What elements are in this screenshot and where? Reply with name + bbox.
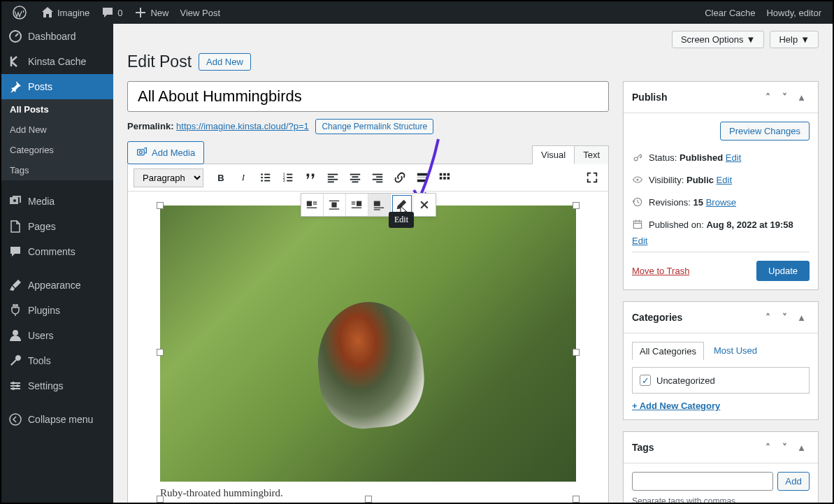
category-list: ✓ Uncategorized [632,367,810,394]
img-remove-button[interactable] [413,194,436,216]
sidebar-item-comments[interactable]: Comments [1,239,113,264]
align-center-button[interactable] [345,167,366,188]
submenu-tags[interactable]: Tags [1,160,113,180]
img-align-left-button[interactable] [301,194,324,216]
edit-visibility-link[interactable]: Edit [717,175,732,185]
collapse-menu[interactable]: Collapse menu [1,407,113,432]
resize-handle-ml[interactable] [157,349,164,356]
move-up-icon[interactable]: ˄ [759,309,776,326]
browse-revisions-link[interactable]: Browse [706,197,736,208]
move-up-icon[interactable]: ˄ [759,439,776,456]
move-down-icon[interactable]: ˅ [776,439,793,456]
img-align-center-button[interactable] [324,194,346,216]
move-to-trash-link[interactable]: Move to Trash [632,266,689,276]
wrench-icon [8,354,22,368]
tag-add-button[interactable]: Add [777,472,810,491]
add-media-button[interactable]: Add Media [127,141,204,164]
fullscreen-button[interactable] [582,167,603,188]
add-new-category-link[interactable]: + Add New Category [632,401,720,411]
link-button[interactable] [389,167,410,188]
format-select[interactable]: Paragraph [134,168,203,187]
submenu-all-posts[interactable]: All Posts [1,99,113,120]
img-align-right-button[interactable] [346,194,368,216]
quote-button[interactable] [300,167,321,188]
new-content-link[interactable]: New [128,1,174,24]
help-toggle[interactable]: Help ▼ [770,31,819,48]
selected-image-wrap[interactable]: Edit Ruby-t [160,206,576,499]
update-button[interactable]: Update [756,261,810,281]
wp-logo[interactable] [7,1,35,24]
sidebar-item-dashboard[interactable]: Dashboard [1,24,113,49]
post-image[interactable] [160,206,576,482]
toggle-panel-icon[interactable]: ▴ [793,89,810,106]
submenu-add-new[interactable]: Add New [1,120,113,140]
tab-text[interactable]: Text [574,145,609,164]
bold-button[interactable]: B [210,167,231,188]
toggle-panel-icon[interactable]: ▴ [793,439,810,456]
readmore-button[interactable] [412,167,433,188]
resize-handle-tr[interactable] [573,202,580,209]
move-down-icon[interactable]: ˅ [776,309,793,326]
italic-button[interactable]: I [233,167,254,188]
category-item-uncategorized[interactable]: ✓ Uncategorized [640,375,802,386]
img-align-none-button[interactable] [368,194,391,216]
plugin-icon [8,303,22,317]
preview-changes-button[interactable]: Preview Changes [720,122,810,141]
tab-visual[interactable]: Visual [532,145,575,164]
sidebar-item-tools[interactable]: Tools [1,348,113,373]
tab-most-used[interactable]: Most Used [714,342,757,360]
tab-all-categories[interactable]: All Categories [632,342,704,360]
resize-handle-bl[interactable] [157,496,164,503]
resize-handle-mr[interactable] [573,349,580,356]
resize-handle-tl[interactable] [157,202,164,209]
svg-rect-21 [287,174,292,175]
sidebar-item-kinsta[interactable]: Kinsta Cache [1,49,113,74]
move-up-icon[interactable]: ˄ [759,89,776,106]
align-right-button[interactable] [367,167,388,188]
submenu-categories[interactable]: Categories [1,140,113,160]
toolbar-toggle-button[interactable] [434,167,455,188]
svg-rect-29 [328,181,334,182]
permalink-url[interactable]: https://imagine.kinsta.cloud/?p=1 [176,121,309,131]
site-name-link[interactable]: Imagine [35,1,95,24]
view-post-link[interactable]: View Post [175,1,227,24]
tag-input[interactable] [632,472,773,491]
sidebar-item-users[interactable]: Users [1,323,113,348]
svg-rect-46 [447,177,450,180]
comment-icon [101,6,115,20]
svg-rect-34 [373,174,382,175]
align-left-button[interactable] [322,167,343,188]
move-down-icon[interactable]: ˅ [776,89,793,106]
editor-body[interactable]: Edit Ruby-t [128,192,608,503]
change-permalink-button[interactable]: Change Permalink Structure [315,119,433,134]
img-edit-button[interactable]: Edit [391,194,413,216]
svg-rect-59 [374,208,384,208]
bullet-list-button[interactable] [255,167,276,188]
post-title-input[interactable] [127,81,609,112]
add-new-button[interactable]: Add New [199,53,251,71]
sidebar-item-plugins[interactable]: Plugins [1,298,113,323]
resize-handle-br[interactable] [573,496,580,503]
edit-status-link[interactable]: Edit [726,152,741,163]
editor-toolbar: Paragraph B I 123 [128,164,608,192]
editor: Paragraph B I 123 [127,164,609,503]
edit-tooltip: Edit [389,212,414,228]
numbered-list-button[interactable]: 123 [278,167,299,188]
resize-handle-bm[interactable] [365,496,372,503]
comments-link[interactable]: 0 [95,1,128,24]
edit-date-link[interactable]: Edit [632,236,647,246]
toggle-panel-icon[interactable]: ▴ [793,309,810,326]
admin-bar: Imagine 0 New View Post Clear Cache Howd… [1,1,833,24]
new-label: New [150,8,168,18]
sidebar-item-appearance[interactable]: Appearance [1,273,113,298]
svg-rect-31 [352,176,359,178]
howdy-link[interactable]: Howdy, editor [761,1,827,24]
sidebar-item-settings[interactable]: Settings [1,373,113,398]
checkbox-checked-icon[interactable]: ✓ [640,375,651,386]
sidebar-item-pages[interactable]: Pages [1,214,113,239]
screen-options-toggle[interactable]: Screen Options ▼ [672,31,764,48]
sidebar-item-media[interactable]: Media [1,189,113,214]
tag-help-text: Separate tags with commas [632,496,810,503]
sidebar-item-posts[interactable]: Posts [1,74,113,99]
clear-cache-link[interactable]: Clear Cache [699,1,761,24]
